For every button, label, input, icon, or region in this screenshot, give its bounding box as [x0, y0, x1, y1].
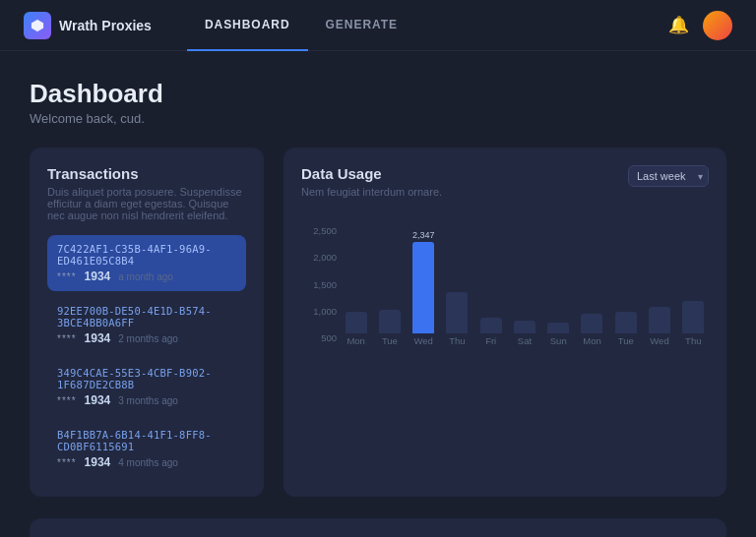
tx-hash-2: 349C4CAE-55E3-4CBF-B902-1F687DE2CB8B — [57, 367, 236, 390]
tx-time-0: a month ago — [118, 271, 173, 282]
bar-2 — [412, 242, 434, 334]
nav-generate[interactable]: GENERATE — [308, 0, 415, 51]
bar-group-1 — [374, 225, 405, 333]
x-label-2: Wed — [409, 335, 439, 346]
tx-time-1: 2 months ago — [118, 333, 178, 344]
bar-1 — [379, 310, 401, 333]
transaction-item-1[interactable]: 92EE700B-DE50-4E1D-B574-3BCE4BB0A6FF ***… — [47, 297, 246, 353]
tx-hash-0: 7C422AF1-C35B-4AF1-96A9-ED461E05C8B4 — [57, 243, 236, 267]
tx-time-2: 3 months ago — [118, 395, 178, 406]
transactions-card: Transactions Duis aliquet porta posuere.… — [30, 148, 264, 497]
bar-3 — [446, 292, 468, 333]
bar-group-9 — [644, 225, 674, 333]
bar-0 — [346, 312, 367, 333]
bar-chart: 2,500 2,000 1,500 1,000 500 2,347 MonTue… — [301, 225, 709, 363]
tx-amount-0: 1934 — [85, 269, 111, 283]
y-label-2: 1,500 — [301, 279, 337, 290]
page-title: Dashboard — [30, 79, 726, 109]
bar-8 — [615, 312, 637, 333]
bar-5 — [514, 321, 536, 333]
y-axis-labels: 2,500 2,000 1,500 1,000 500 — [301, 225, 337, 343]
logo: Wrath Proxies — [24, 12, 152, 39]
x-label-3: Thu — [442, 335, 472, 346]
data-usage-subtitle: Nem feugiat interdum ornare. — [301, 186, 442, 198]
x-label-9: Wed — [644, 335, 674, 346]
tx-hash-1: 92EE700B-DE50-4E1D-B574-3BCE4BB0A6FF — [57, 305, 236, 328]
notification-bell-icon[interactable]: 🔔 — [668, 15, 689, 35]
bar-group-8 — [610, 225, 641, 333]
bars-container: 2,347 — [341, 225, 709, 333]
bar-4 — [480, 318, 502, 334]
y-label-1: 2,000 — [301, 252, 337, 263]
bar-6 — [547, 323, 569, 333]
data-usage-card: Data Usage Nem feugiat interdum ornare. … — [284, 148, 726, 497]
x-label-6: Sun — [543, 335, 574, 346]
bar-group-5 — [509, 225, 539, 333]
bar-group-3 — [442, 225, 472, 333]
x-label-1: Tue — [374, 335, 405, 346]
bar-group-10 — [678, 225, 709, 333]
tx-stars-3: **** — [57, 457, 77, 468]
bar-9 — [649, 307, 670, 334]
tx-amount-1: 1934 — [85, 331, 111, 345]
avatar[interactable] — [703, 11, 732, 40]
x-label-4: Fri — [475, 335, 506, 346]
y-label-0: 2,500 — [301, 225, 337, 236]
y-label-4: 500 — [301, 332, 337, 343]
transaction-item-2[interactable]: 349C4CAE-55E3-4CBF-B902-1F687DE2CB8B ***… — [47, 359, 246, 415]
bar-10 — [682, 301, 704, 333]
transactions-title: Transactions — [47, 165, 246, 182]
tx-amount-3: 1934 — [85, 455, 111, 469]
x-label-7: Mon — [577, 335, 607, 346]
transaction-item-3[interactable]: B4F1BB7A-6B14-41F1-8FF8-CD0BF6115691 ***… — [47, 421, 246, 477]
bar-value-2: 2,347 — [412, 230, 435, 240]
membership-section: Membership Info Lorem ipsum dolor sit am… — [30, 518, 726, 537]
bar-group-0 — [341, 225, 371, 333]
bar-7 — [581, 314, 602, 333]
x-label-10: Thu — [678, 335, 709, 346]
nav-right: 🔔 — [668, 11, 732, 40]
tx-stars-1: **** — [57, 333, 77, 344]
bar-group-2: 2,347 — [409, 225, 439, 333]
tx-hash-3: B4F1BB7A-6B14-41F1-8FF8-CD0BF6115691 — [57, 429, 236, 452]
x-label-5: Sat — [509, 335, 539, 346]
welcome-text: Welcome back, cud. — [30, 111, 726, 126]
nav-dashboard[interactable]: DASHBOARD — [187, 0, 308, 51]
brand-name: Wrath Proxies — [59, 18, 152, 33]
x-label-0: Mon — [341, 335, 371, 346]
y-label-3: 1,000 — [301, 306, 337, 317]
nav-links: DASHBOARD GENERATE — [187, 0, 668, 51]
tx-stars-0: **** — [57, 271, 77, 282]
tx-amount-2: 1934 — [85, 393, 111, 407]
tx-stars-2: **** — [57, 395, 77, 406]
logo-icon — [24, 12, 51, 39]
bar-group-4 — [475, 225, 506, 333]
transactions-subtitle: Duis aliquet porta posuere. Suspendisse … — [47, 186, 246, 221]
x-axis-labels: MonTueWedThuFriSatSunMonTueWedThu — [341, 335, 709, 346]
bar-group-6 — [543, 225, 574, 333]
data-usage-title: Data Usage — [301, 165, 442, 182]
transaction-item-0[interactable]: 7C422AF1-C35B-4AF1-96A9-ED461E05C8B4 ***… — [47, 235, 246, 291]
tx-time-3: 4 months ago — [118, 457, 178, 468]
data-usage-period-select[interactable]: Last week — [628, 165, 709, 187]
bar-group-7 — [577, 225, 607, 333]
x-label-8: Tue — [610, 335, 641, 346]
